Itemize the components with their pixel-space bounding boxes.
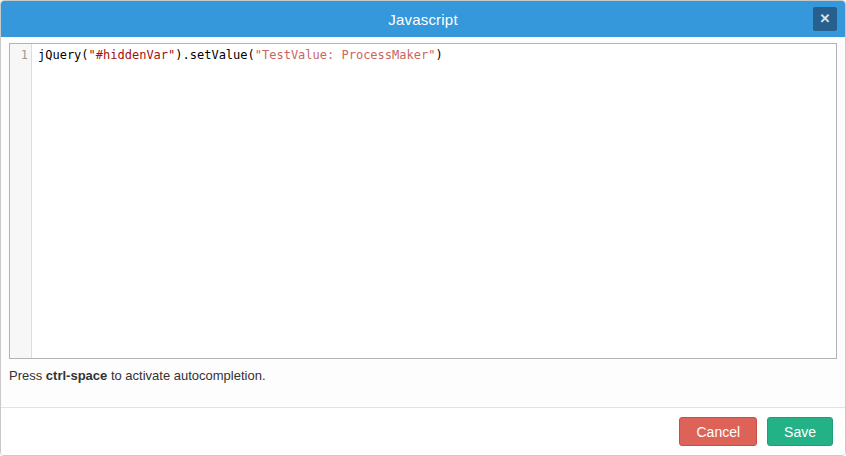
- editor-gutter: 1: [10, 44, 32, 358]
- hint-prefix: Press: [9, 368, 46, 383]
- code-token-string: "#hiddenVar": [89, 48, 176, 62]
- hint-key: ctrl-space: [46, 368, 107, 383]
- close-button[interactable]: ✕: [813, 7, 837, 31]
- line-number: 1: [10, 47, 28, 63]
- hint-suffix: to activate autocompletion.: [107, 368, 265, 383]
- code-editor[interactable]: 1 jQuery("#hiddenVar").setValue("TestVal…: [9, 43, 837, 359]
- javascript-editor-dialog: Javascript ✕ 1 jQuery("#hiddenVar").setV…: [0, 0, 846, 456]
- code-token-string: "TestValue: ProcessMaker": [255, 48, 436, 62]
- editor-content[interactable]: jQuery("#hiddenVar").setValue("TestValue…: [32, 44, 836, 358]
- dialog-title: Javascript: [388, 11, 458, 28]
- dialog-body: 1 jQuery("#hiddenVar").setValue("TestVal…: [1, 37, 845, 407]
- code-token: jQuery(: [38, 48, 89, 62]
- dialog-header: Javascript ✕: [1, 1, 845, 37]
- code-token: ).setValue(: [175, 48, 254, 62]
- close-icon: ✕: [820, 11, 831, 26]
- code-token: ): [435, 48, 442, 62]
- autocomplete-hint: Press ctrl-space to activate autocomplet…: [9, 368, 837, 383]
- save-button[interactable]: Save: [767, 417, 833, 446]
- cancel-button[interactable]: Cancel: [679, 417, 757, 446]
- dialog-footer: Cancel Save: [1, 407, 845, 455]
